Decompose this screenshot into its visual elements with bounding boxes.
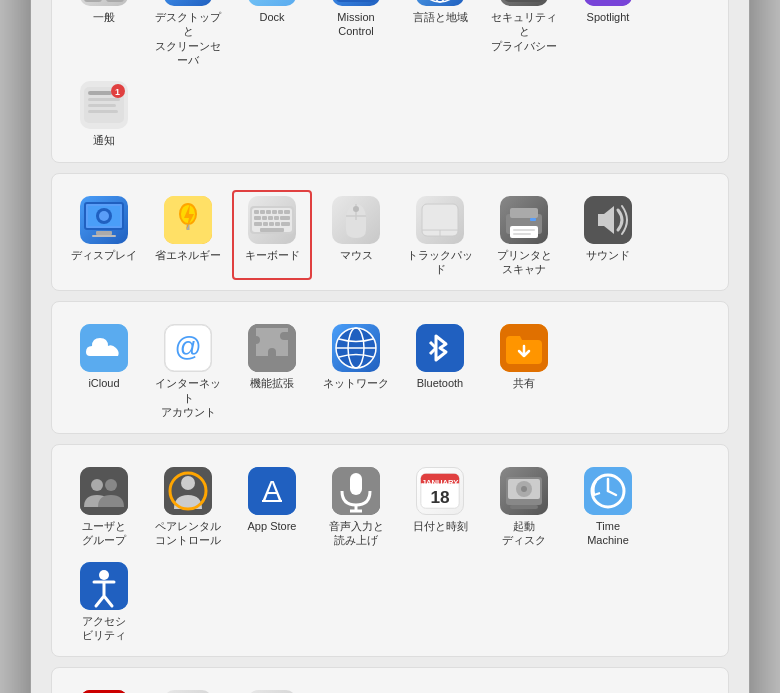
icon-parental[interactable]: ペアレンタルコントロール <box>148 461 228 552</box>
svg-rect-61 <box>284 210 290 214</box>
network-label: ネットワーク <box>323 376 389 390</box>
svg-rect-2 <box>84 0 102 2</box>
icon-desktop[interactable]: デスクトップとスクリーンセーバ <box>148 0 228 71</box>
internet-label: インターネットアカウント <box>152 376 224 419</box>
icon-spotlight[interactable]: Spotlight <box>568 0 648 71</box>
icon-appstore[interactable]: A App Store <box>232 461 312 552</box>
svg-rect-58 <box>266 210 271 214</box>
icon-java[interactable]: Java Java <box>232 684 312 693</box>
icon-fuse[interactable]: FUSE for OS X FUSE for OS X <box>148 684 228 693</box>
icon-extensions[interactable]: 機能拡張 <box>232 318 312 423</box>
icon-notify[interactable]: 1 通知 <box>64 75 144 151</box>
svg-rect-40 <box>88 104 116 107</box>
svg-rect-59 <box>272 210 277 214</box>
section-internet: iCloud @ インターネットアカウント <box>51 301 729 434</box>
section3-grid: iCloud @ インターネットアカウント <box>64 318 716 423</box>
icloud-icon <box>80 324 128 372</box>
parental-icon <box>164 467 212 515</box>
svg-point-102 <box>181 476 195 490</box>
svg-rect-72 <box>260 228 284 232</box>
network-icon <box>332 324 380 372</box>
icon-language[interactable]: 言語と地域 <box>400 0 480 71</box>
section5-grid: Flash Player FUSE for OS X FUSE for OS X <box>64 684 716 693</box>
section4-grid: ユーザとグループ ペアレンタルコントロール <box>64 461 716 646</box>
icon-accessibility[interactable]: アクセシビリティ <box>64 556 144 647</box>
sharing-label: 共有 <box>513 376 535 390</box>
svg-rect-108 <box>350 473 362 495</box>
general-icon: File New <box>80 0 128 6</box>
general-label: 一般 <box>93 10 115 24</box>
icon-flash[interactable]: Flash Player <box>64 684 144 693</box>
svg-rect-65 <box>274 216 279 220</box>
svg-rect-68 <box>263 222 268 226</box>
svg-rect-118 <box>510 505 538 509</box>
svg-text:@: @ <box>174 332 201 362</box>
mission-icon <box>332 0 380 6</box>
icon-sound[interactable]: サウンド <box>568 190 648 281</box>
language-label: 言語と地域 <box>413 10 468 24</box>
icon-security[interactable]: セキュリティとプライバシー <box>484 0 564 71</box>
icon-network[interactable]: ネットワーク <box>316 318 396 423</box>
svg-text:1: 1 <box>115 87 120 97</box>
accessibility-icon <box>80 562 128 610</box>
svg-rect-47 <box>92 235 116 237</box>
svg-point-120 <box>521 486 527 492</box>
icon-datetime[interactable]: JANUARY 18 日付と時刻 <box>400 461 480 552</box>
icon-display[interactable]: ディスプレイ <box>64 190 144 281</box>
icon-general[interactable]: File New 一般 <box>64 0 144 71</box>
dock-icon <box>248 0 296 6</box>
svg-rect-71 <box>281 222 290 226</box>
icon-mission[interactable]: MissionControl <box>316 0 396 71</box>
icon-icloud[interactable]: iCloud <box>64 318 144 423</box>
security-label: セキュリティとプライバシー <box>488 10 560 53</box>
svg-rect-62 <box>254 216 261 220</box>
icon-printer[interactable]: プリンタとスキャナ <box>484 190 564 281</box>
bluetooth-label: Bluetooth <box>417 376 463 390</box>
system-preferences-window: ‹ › システム環境設定 🔍 <box>30 0 750 693</box>
svg-rect-56 <box>254 210 259 214</box>
timemachine-icon <box>584 467 632 515</box>
dock-label: Dock <box>259 10 284 24</box>
section1-grid: File New 一般 <box>64 0 716 152</box>
users-label: ユーザとグループ <box>82 519 126 548</box>
icon-energy[interactable]: 省エネルギー <box>148 190 228 281</box>
parental-label: ペアレンタルコントロール <box>155 519 221 548</box>
spotlight-label: Spotlight <box>587 10 630 24</box>
icon-trackpad[interactable]: トラックパッド <box>400 190 480 281</box>
svg-rect-64 <box>268 216 273 220</box>
svg-rect-38 <box>88 91 112 95</box>
icon-dictation[interactable]: 音声入力と読み上げ <box>316 461 396 552</box>
svg-text:18: 18 <box>430 487 450 507</box>
svg-rect-34 <box>584 0 632 6</box>
svg-rect-31 <box>504 0 544 2</box>
printer-label: プリンタとスキャナ <box>497 248 552 277</box>
icon-sharing[interactable]: 共有 <box>484 318 564 423</box>
extensions-label: 機能拡張 <box>250 376 294 390</box>
keyboard-icon <box>248 196 296 244</box>
startup-label: 起動ディスク <box>502 519 546 548</box>
svg-rect-69 <box>269 222 274 226</box>
icon-mouse[interactable]: マウス <box>316 190 396 281</box>
icon-startup[interactable]: 起動ディスク <box>484 461 564 552</box>
svg-rect-3 <box>106 0 124 2</box>
printer-icon <box>500 196 548 244</box>
icon-bluetooth[interactable]: Bluetooth <box>400 318 480 423</box>
appstore-label: App Store <box>248 519 297 533</box>
icon-timemachine[interactable]: TimeMachine <box>568 461 648 552</box>
trackpad-icon <box>416 196 464 244</box>
extensions-icon <box>248 324 296 372</box>
energy-icon <box>164 196 212 244</box>
icon-keyboard[interactable]: キーボード <box>232 190 312 281</box>
svg-point-100 <box>105 479 117 491</box>
svg-rect-75 <box>353 206 359 212</box>
icon-dock[interactable]: Dock <box>232 0 312 71</box>
timemachine-label: TimeMachine <box>587 519 629 548</box>
svg-rect-21 <box>336 0 376 2</box>
sharing-icon <box>500 324 548 372</box>
users-icon <box>80 467 128 515</box>
svg-rect-84 <box>530 218 536 221</box>
icon-users[interactable]: ユーザとグループ <box>64 461 144 552</box>
sound-label: サウンド <box>586 248 630 262</box>
icon-internet[interactable]: @ インターネットアカウント <box>148 318 228 423</box>
appstore-icon: A <box>248 467 296 515</box>
